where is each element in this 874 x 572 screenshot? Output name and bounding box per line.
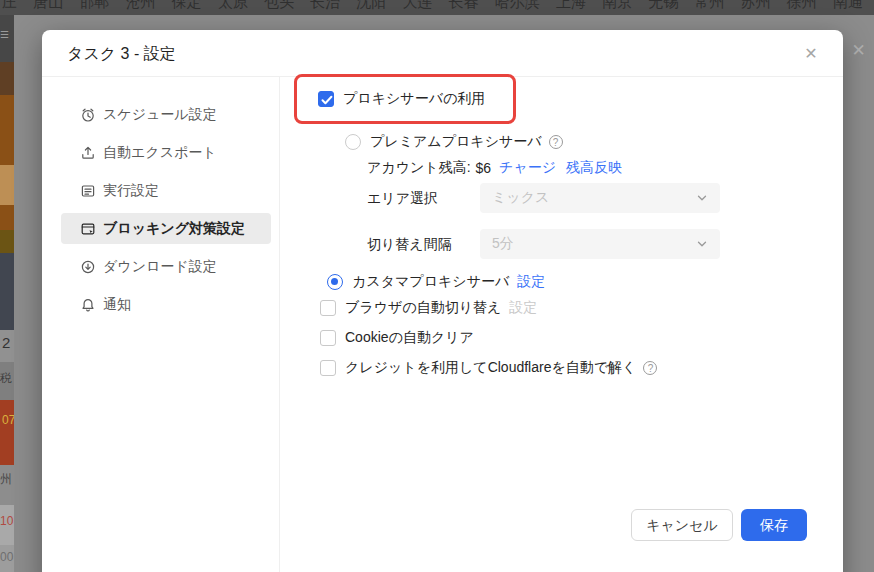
- background-page-fragment: [0, 95, 14, 230]
- chevron-down-icon: [696, 192, 708, 204]
- custom-proxy-radio[interactable]: [327, 274, 343, 290]
- help-icon[interactable]: ?: [549, 135, 563, 149]
- browser-window-icon: [80, 221, 96, 237]
- export-icon: [80, 145, 96, 161]
- help-icon[interactable]: ?: [643, 361, 657, 375]
- anti-blocking-panel: プロキシサーバの利用 プレミアムプロキシサーバ ? アカウント残高: $6 チャ…: [280, 77, 843, 572]
- cookie-auto-clear-row[interactable]: Cookieの自動クリア: [320, 329, 474, 347]
- interval-select-label: 切り替え間隔: [367, 236, 452, 254]
- proxy-server-label: プロキシサーバの利用: [343, 90, 485, 108]
- background-page-fragment: 2: [0, 330, 14, 362]
- background-page-fragment: [0, 230, 14, 253]
- browser-auto-switch-settings-link[interactable]: 設定: [509, 299, 537, 317]
- sidebar-item-notifications[interactable]: 通知: [61, 289, 271, 320]
- balance-value: $6: [476, 160, 492, 176]
- check-icon: [319, 92, 335, 108]
- area-select[interactable]: ミックス: [480, 183, 720, 213]
- background-page-fragment: 00: [0, 545, 14, 572]
- settings-sidebar: スケジュール設定 自動エクスポート 実行設定 ブロッキング対策設定 ダウンロード…: [42, 77, 280, 572]
- background-page-fragment: [0, 253, 14, 330]
- sidebar-item-auto-export[interactable]: 自動エクスポート: [61, 137, 271, 168]
- sidebar-item-download-settings[interactable]: ダウンロード設定: [61, 251, 271, 282]
- sidebar-item-label: ダウンロード設定: [103, 258, 217, 276]
- premium-proxy-radio-row[interactable]: プレミアムプロキシサーバ ?: [345, 133, 563, 151]
- background-page-fragment: 10: [0, 505, 14, 545]
- area-select-value: ミックス: [492, 189, 696, 207]
- cookie-auto-clear-checkbox[interactable]: [320, 330, 336, 346]
- cookie-auto-clear-label: Cookieの自動クリア: [345, 329, 474, 347]
- proxy-server-checkbox[interactable]: [318, 91, 334, 107]
- download-icon: [80, 259, 96, 275]
- background-city-links: 庄 唐山 邯郸 沧州 保定 太原 包头 长治 沈阳 大连 长春 哈尔滨 上海 南…: [0, 0, 874, 15]
- proxy-server-checkbox-row[interactable]: プロキシサーバの利用: [318, 90, 485, 108]
- browser-auto-switch-label: ブラウザの自動切り替え: [345, 299, 501, 317]
- charge-link[interactable]: チャージ: [499, 159, 556, 177]
- cloudflare-solve-label: クレジットを利用してCloudflareを自動で解く: [345, 359, 636, 377]
- sidebar-item-schedule[interactable]: スケジュール設定: [61, 99, 271, 130]
- browser-auto-switch-checkbox[interactable]: [320, 300, 336, 316]
- area-select-label: エリア選択: [367, 190, 438, 208]
- custom-proxy-settings-link[interactable]: 設定: [517, 273, 545, 291]
- custom-proxy-label: カスタマプロキシサーバ: [352, 273, 509, 291]
- refresh-balance-link[interactable]: 残高反映: [566, 159, 622, 177]
- premium-proxy-label: プレミアムプロキシサーバ: [370, 133, 542, 151]
- menu-icon: ☰: [0, 29, 9, 40]
- underlying-close-icon[interactable]: ✕: [843, 38, 874, 64]
- background-page-fragment: 07: [0, 400, 14, 465]
- sidebar-item-label: スケジュール設定: [103, 106, 217, 124]
- save-button[interactable]: 保存: [741, 509, 807, 541]
- sidebar-item-label: 通知: [103, 296, 131, 314]
- sidebar-item-label: 自動エクスポート: [103, 144, 217, 162]
- interval-select-value: 5分: [492, 235, 696, 253]
- interval-select[interactable]: 5分: [480, 229, 720, 259]
- alarm-clock-icon: [80, 107, 96, 123]
- account-balance-row: アカウント残高: $6 チャージ 残高反映: [367, 159, 622, 177]
- custom-proxy-radio-row[interactable]: カスタマプロキシサーバ 設定: [327, 273, 545, 291]
- cancel-button[interactable]: キャンセル: [631, 509, 733, 541]
- close-icon[interactable]: ✕: [800, 30, 822, 77]
- background-page-fragment: [0, 62, 14, 95]
- background-page-fragment: 税: [0, 362, 14, 400]
- settings-dialog: タスク 3 - 設定 ✕ スケジュール設定 自動エクスポート 実行設定 ブロッキ…: [42, 30, 843, 572]
- dialog-header: タスク 3 - 設定 ✕: [42, 30, 843, 77]
- chevron-down-icon: [696, 238, 708, 250]
- balance-label: アカウント残高:: [367, 159, 471, 177]
- browser-auto-switch-row[interactable]: ブラウザの自動切り替え 設定: [320, 299, 537, 317]
- dialog-title: タスク 3 - 設定: [67, 30, 176, 77]
- cloudflare-solve-row[interactable]: クレジットを利用してCloudflareを自動で解く ?: [320, 359, 657, 377]
- premium-proxy-radio[interactable]: [345, 134, 361, 150]
- bell-icon: [80, 297, 96, 313]
- sidebar-item-label: ブロッキング対策設定: [103, 220, 245, 238]
- sidebar-item-anti-blocking[interactable]: ブロッキング対策設定: [61, 213, 271, 244]
- background-page-fragment: 州: [0, 465, 14, 505]
- background-page-fragment: ☰: [0, 15, 14, 62]
- sidebar-item-label: 実行設定: [103, 182, 159, 200]
- cloudflare-solve-checkbox[interactable]: [320, 360, 336, 376]
- highlight-box: プロキシサーバの利用: [294, 74, 516, 124]
- sidebar-item-run-settings[interactable]: 実行設定: [61, 175, 271, 206]
- list-settings-icon: [80, 183, 96, 199]
